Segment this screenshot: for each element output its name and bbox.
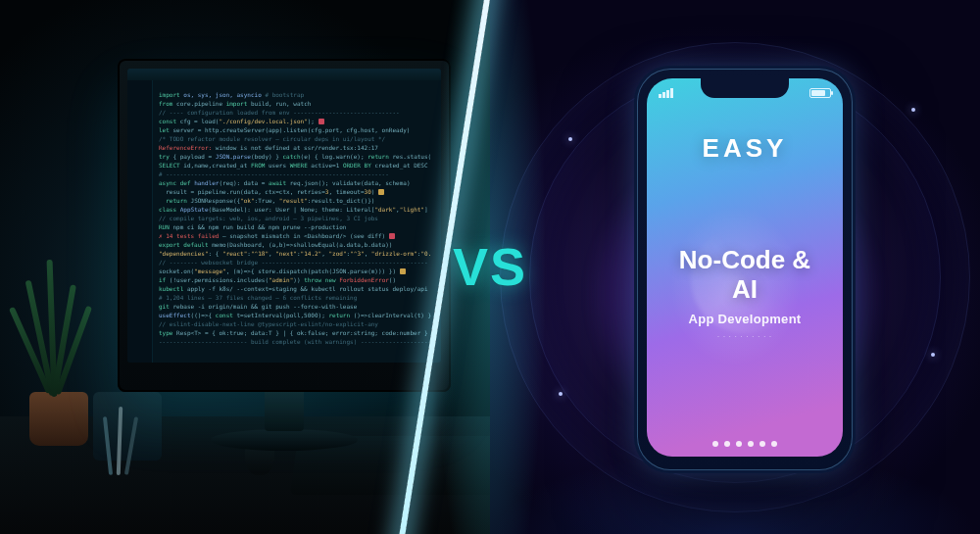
phone-microtext: · · · · · · · · · ·: [647, 333, 843, 340]
phone-title-line2: AI: [732, 274, 758, 304]
svg-rect-3: [670, 88, 673, 98]
code-editor-screen: import os, sys, json, asyncio # bootstra…: [127, 69, 441, 363]
phone-badge-label: EASY: [647, 133, 843, 164]
desk-plant: [10, 269, 98, 446]
vs-label: VS: [453, 236, 527, 297]
signal-icon: [659, 88, 674, 98]
phone-title-line1: No-Code &: [679, 245, 810, 274]
spark-dot-icon: [559, 392, 563, 396]
page-indicator-dots-icon: [712, 441, 777, 447]
svg-rect-0: [659, 94, 662, 98]
spark-dot-icon: [931, 353, 935, 357]
battery-icon: [809, 88, 831, 98]
svg-rect-2: [666, 90, 669, 98]
phone-subtitle: App Development: [647, 312, 843, 326]
desktop-monitor: import os, sys, json, asyncio # bootstra…: [118, 59, 451, 392]
svg-rect-1: [662, 92, 665, 98]
phone-status-bar: [659, 86, 831, 100]
phone-title: No-Code & AI: [647, 245, 843, 304]
phone-screen: EASY No-Code & AI App Development · · · …: [647, 78, 843, 457]
comparison-hero-image: import os, sys, json, asyncio # bootstra…: [0, 0, 980, 534]
spark-dot-icon: [911, 108, 915, 112]
right-panel-nocode: EASY No-Code & AI App Development · · · …: [490, 0, 980, 534]
spark-dot-icon: [568, 137, 572, 141]
smartphone-mockup: EASY No-Code & AI App Development · · · …: [637, 69, 853, 470]
